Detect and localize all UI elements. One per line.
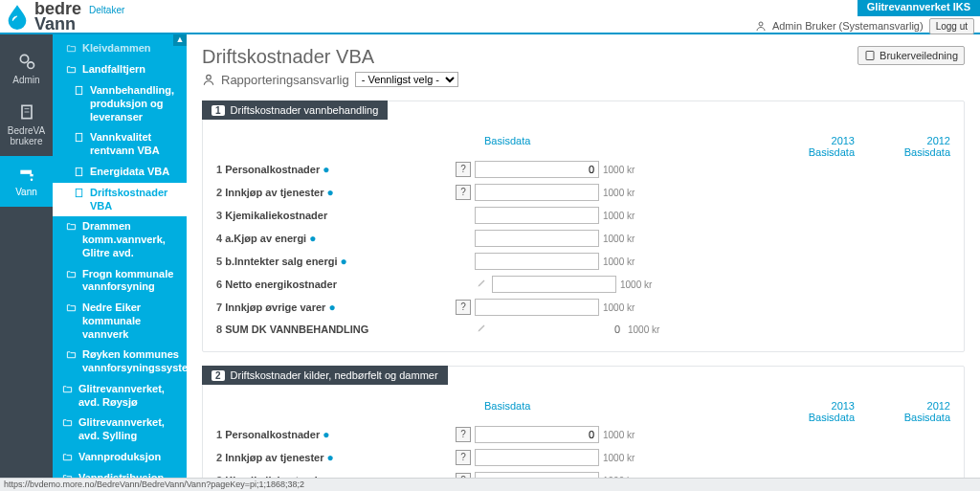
year-col: 2013Basisdata bbox=[797, 135, 855, 158]
svg-rect-13 bbox=[866, 52, 874, 60]
sidebar-item-label: Vannkvalitet rentvann VBA bbox=[90, 131, 181, 158]
file-icon bbox=[74, 85, 85, 98]
panel-1: 1Driftskostnader vannbehandlingBasisdata… bbox=[202, 100, 965, 352]
sidebar-item-label: Driftskostnader VBA bbox=[90, 187, 181, 213]
sidebar-item-label: Drammen komm.vannverk, Glitre avd. bbox=[82, 220, 181, 259]
panel-title: Driftskostnader kilder, nedbørfelt og da… bbox=[231, 369, 438, 381]
drop-icon bbox=[4, 3, 31, 30]
sidebar-item-12[interactable]: Vannproduksjon bbox=[53, 447, 187, 468]
value-input[interactable] bbox=[492, 276, 616, 293]
logout-button[interactable]: Logg ut bbox=[929, 18, 974, 34]
folder-icon bbox=[66, 43, 78, 56]
folder-icon bbox=[66, 349, 78, 362]
value-input[interactable] bbox=[475, 299, 599, 316]
sidebar-item-1[interactable]: Landfalltjern bbox=[53, 59, 187, 80]
unit-label: 1000 kr bbox=[599, 453, 647, 463]
row-label: 7 Innkjøp øvrige varer ● bbox=[216, 301, 456, 314]
value-input[interactable] bbox=[475, 161, 599, 178]
sidebar-item-9[interactable]: Røyken kommunes vannforsyningssystem bbox=[53, 345, 187, 379]
svg-rect-9 bbox=[76, 86, 81, 94]
file-icon bbox=[74, 132, 85, 145]
folder-icon bbox=[62, 384, 74, 396]
file-icon bbox=[74, 188, 85, 200]
form-row-6: 6 Netto energikostnader1000 kr bbox=[216, 273, 950, 296]
value-input[interactable] bbox=[475, 449, 599, 466]
row-label: 1 Personalkostnader ● bbox=[216, 428, 456, 441]
user-icon bbox=[755, 20, 767, 32]
form-row-4: 4 a.Kjøp av energi ●1000 kr bbox=[216, 227, 950, 250]
sidebar-item-label: Røyken kommunes vannforsyningssystem bbox=[82, 348, 187, 375]
svg-point-8 bbox=[30, 178, 33, 181]
value-input[interactable] bbox=[475, 253, 599, 270]
nav-vann-label: Vann bbox=[15, 187, 37, 197]
page-title: Driftskostnader VBA bbox=[202, 46, 965, 68]
sidebar-item-3[interactable]: Vannkvalitet rentvann VBA bbox=[53, 127, 187, 162]
value-input[interactable] bbox=[475, 184, 599, 201]
sidebar-item-7[interactable]: Frogn kommunale vannforsyning bbox=[53, 264, 187, 299]
year-col: 2012Basisdata bbox=[893, 135, 950, 158]
folder-icon bbox=[66, 64, 78, 77]
brand-line2: Vann bbox=[34, 14, 76, 33]
sidebar-item-5[interactable]: Driftskostnader VBA bbox=[53, 183, 187, 217]
sidebar-item-label: Glitrevannverket, avd. Sylling bbox=[78, 416, 181, 443]
nav-vann[interactable]: Vann bbox=[0, 156, 53, 207]
help-button[interactable]: ? bbox=[456, 427, 471, 442]
year-col: 2013Basisdata bbox=[797, 400, 855, 423]
value-input[interactable] bbox=[475, 230, 599, 247]
help-button[interactable]: ? bbox=[456, 450, 471, 465]
folder-icon bbox=[62, 452, 74, 464]
brand-deltaker: Deltaker bbox=[89, 5, 124, 15]
unit-label: 1000 kr bbox=[616, 279, 664, 290]
sidebar-item-2[interactable]: Vannbehandling, produksjon og leveranser bbox=[53, 80, 187, 127]
year-col: 2012Basisdata bbox=[893, 400, 950, 423]
user-label: Admin Bruker (Systemansvarlig) bbox=[772, 20, 924, 32]
value-input[interactable] bbox=[475, 207, 599, 224]
sidebar-item-label: Glitrevannverket, avd. Røysjø bbox=[78, 383, 181, 410]
form-row-5: 5 b.Inntekter salg energi ●1000 kr bbox=[216, 250, 950, 273]
form-row-1: 1 Personalkostnader ●?1000 kr bbox=[216, 158, 950, 181]
sidebar-item-10[interactable]: Glitrevannverket, avd. Røysjø bbox=[53, 379, 187, 413]
sidebar-item-label: Landfalltjern bbox=[82, 63, 181, 77]
row-label: 5 b.Inntekter salg energi ● bbox=[216, 255, 456, 268]
unit-label: 1000 kr bbox=[599, 188, 647, 198]
sidebar-item-6[interactable]: Drammen komm.vannverk, Glitre avd. bbox=[53, 216, 187, 263]
panel-2: 2Driftskostnader kilder, nedbørfelt og d… bbox=[202, 366, 965, 478]
calc-icon bbox=[475, 322, 490, 337]
svg-point-14 bbox=[207, 75, 212, 79]
sidebar-item-0[interactable]: Kleivdammen bbox=[53, 38, 187, 59]
nav-bedreva[interactable]: BedreVA brukere bbox=[0, 95, 53, 156]
row-label: 3 Kjemikaliekostnader bbox=[216, 210, 456, 221]
form-row-3: 3 Kjemikaliekostnader1000 kr bbox=[216, 204, 950, 227]
unit-label: 1000 kr bbox=[599, 257, 647, 267]
panel-number: 1 bbox=[212, 105, 225, 116]
user-guide-button[interactable]: Brukerveiledning bbox=[858, 46, 965, 65]
value-input[interactable] bbox=[475, 426, 599, 443]
unit-label: 1000 kr bbox=[599, 430, 647, 440]
nav-admin-label: Admin bbox=[12, 75, 39, 85]
year-header-row: Basisdata2013Basisdata2012Basisdata bbox=[216, 400, 950, 423]
svg-rect-10 bbox=[76, 134, 81, 142]
row-label: 8 SUM DK VANNBEHANDLING bbox=[216, 324, 456, 335]
sidebar-item-label: Kleivdammen bbox=[82, 42, 181, 56]
nav-admin[interactable]: Admin bbox=[0, 44, 53, 95]
form-row-7: 7 Innkjøp øvrige varer ●?1000 kr bbox=[216, 296, 950, 319]
row-label: 2 Innkjøp av tjenester ● bbox=[216, 451, 456, 464]
help-button[interactable]: ? bbox=[456, 300, 471, 315]
svg-point-0 bbox=[759, 22, 763, 26]
panel-title: Driftskostnader vannbehandling bbox=[231, 104, 379, 116]
unit-label: 1000 kr bbox=[599, 211, 647, 221]
form-row-8: 8 SUM DK VANNBEHANDLING01000 kr bbox=[216, 319, 950, 340]
row-label: 6 Netto energikostnader bbox=[216, 279, 456, 290]
basisdata-label: Basisdata bbox=[484, 400, 797, 412]
gears-icon bbox=[16, 52, 37, 71]
sidebar-item-13[interactable]: Vanndistribusjon bbox=[53, 468, 187, 478]
folder-icon bbox=[66, 221, 78, 234]
help-button[interactable]: ? bbox=[456, 162, 471, 177]
sidebar-item-4[interactable]: Energidata VBA bbox=[53, 162, 187, 183]
responsible-select[interactable]: - Vennligst velg - bbox=[355, 72, 458, 87]
row-label: 1 Personalkostnader ● bbox=[216, 163, 456, 176]
building-icon bbox=[16, 102, 37, 122]
sidebar-item-11[interactable]: Glitrevannverket, avd. Sylling bbox=[53, 413, 187, 447]
help-button[interactable]: ? bbox=[456, 185, 471, 200]
sidebar-item-8[interactable]: Nedre Eiker kommunale vannverk bbox=[53, 298, 187, 345]
